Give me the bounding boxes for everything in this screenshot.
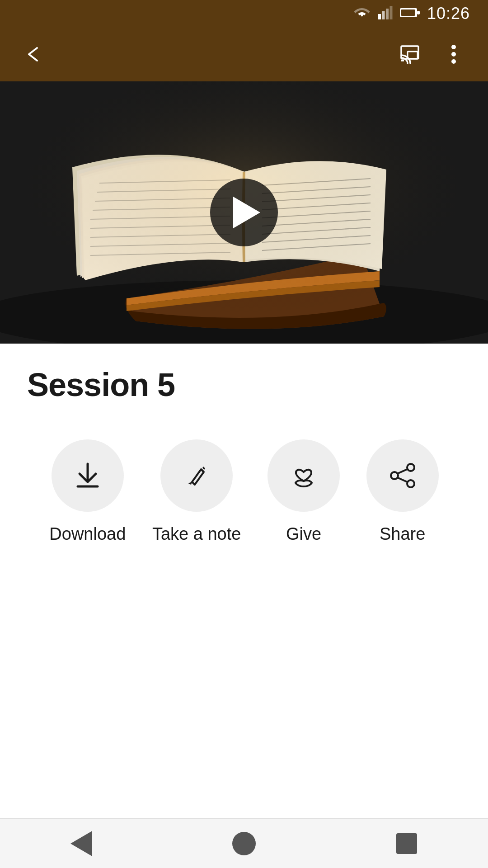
svg-point-13 xyxy=(451,59,456,64)
svg-rect-2 xyxy=(386,9,389,19)
svg-point-11 xyxy=(451,45,456,49)
download-label: Download xyxy=(49,524,126,544)
svg-line-42 xyxy=(398,478,407,482)
system-home-button[interactable] xyxy=(226,826,262,862)
svg-rect-9 xyxy=(408,52,418,59)
play-button[interactable] xyxy=(210,179,278,246)
video-container[interactable] xyxy=(0,81,488,344)
action-buttons-row: Download Take a note xyxy=(27,430,461,562)
system-recent-button[interactable] xyxy=(389,826,425,862)
svg-line-41 xyxy=(398,469,407,473)
share-action[interactable]: Share xyxy=(366,439,439,544)
take-a-note-button[interactable] xyxy=(160,439,233,512)
time-display: 10:26 xyxy=(427,4,470,23)
battery-icon xyxy=(400,7,420,20)
signal-icon xyxy=(378,6,393,21)
svg-rect-0 xyxy=(378,14,381,19)
content-area: Session 5 Download xyxy=(0,344,488,580)
svg-rect-8 xyxy=(401,46,418,59)
svg-rect-6 xyxy=(401,9,415,16)
svg-point-38 xyxy=(407,464,414,471)
svg-rect-3 xyxy=(389,6,392,19)
download-button[interactable] xyxy=(52,439,124,512)
nav-bar xyxy=(0,27,488,81)
recent-square-icon xyxy=(396,833,417,854)
svg-line-37 xyxy=(201,469,204,472)
svg-point-12 xyxy=(451,52,456,57)
more-options-button[interactable] xyxy=(437,38,470,71)
give-label: Give xyxy=(286,524,321,544)
take-a-note-action[interactable]: Take a note xyxy=(152,439,241,544)
cast-button[interactable] xyxy=(396,38,428,71)
take-a-note-label: Take a note xyxy=(152,524,241,544)
video-thumbnail xyxy=(0,81,488,344)
play-icon xyxy=(233,197,260,228)
svg-point-39 xyxy=(407,480,414,487)
give-button[interactable] xyxy=(267,439,340,512)
give-action[interactable]: Give xyxy=(267,439,340,544)
share-button[interactable] xyxy=(366,439,439,512)
download-action[interactable]: Download xyxy=(49,439,126,544)
svg-point-40 xyxy=(391,472,398,479)
share-label: Share xyxy=(380,524,425,544)
status-bar: 10:26 xyxy=(0,0,488,27)
back-button[interactable] xyxy=(18,38,51,71)
status-icons: 10:26 xyxy=(353,4,470,23)
session-title: Session 5 xyxy=(27,366,461,403)
home-circle-icon xyxy=(232,832,256,855)
system-back-button[interactable] xyxy=(63,826,99,862)
svg-rect-7 xyxy=(417,11,420,14)
svg-rect-1 xyxy=(382,11,385,19)
nav-right-icons xyxy=(396,38,470,71)
back-triangle-icon xyxy=(70,831,92,856)
bottom-nav-bar xyxy=(0,818,488,868)
wifi-icon xyxy=(353,6,371,21)
